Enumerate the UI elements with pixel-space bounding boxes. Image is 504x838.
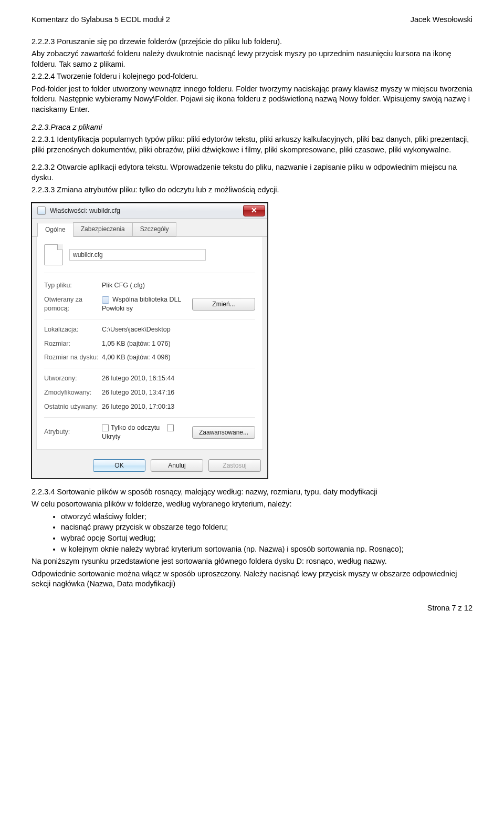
section-heading: 2.2.3.Praca z plikami [32,122,472,133]
properties-dialog: Właściwości: wubildr.cfg ✕ Ogólne Zabezp… [32,203,268,479]
tab-details[interactable]: Szczegóły [132,222,177,236]
label-size: Rozmiar: [44,339,102,348]
close-icon: ✕ [251,205,257,215]
paragraph: Na poniższym rysunku przedstawione jest … [32,556,472,567]
file-icon [44,244,63,265]
paragraph: 2.2.3.3 Zmiana atrybutów pliku: tylko do… [32,185,472,195]
checkbox-hidden[interactable] [167,425,174,431]
bullet-list: otworzyć właściwy folder; nacisnąć prawy… [32,512,472,554]
label-accessed: Ostatnio używany: [44,402,102,411]
value-modified: 26 lutego 2010, 13:47:16 [102,388,255,397]
paragraph: 2.2.3.1 Identyfikacja popularnych typów … [32,135,472,155]
checkbox-readonly-label: Tylko do odczytu [111,424,160,431]
cancel-button[interactable]: Anuluj [151,459,203,472]
dialog-icon [37,206,46,215]
app-icon [102,296,109,304]
value-size: 1,05 KB (bajtów: 1 076) [102,339,255,348]
checkbox-readonly[interactable] [102,425,109,431]
label-created: Utworzony: [44,374,102,383]
ok-button[interactable]: OK [93,459,145,472]
apply-button[interactable]: Zastosuj [208,459,261,472]
checkbox-hidden-label: Ukryty [102,433,120,440]
paragraph: 2.2.3.2 Otwarcie aplikacji edytora tekst… [32,162,472,183]
paragraph: 2.2.2.4 Tworzenie folderu i kolejnego po… [32,71,472,82]
paragraph: 2.2.2.3 Poruszanie się po drzewie folder… [32,37,472,47]
tab-security[interactable]: Zabezpieczenia [73,222,133,236]
label-attributes: Atrybuty: [44,428,102,437]
paragraph: Aby zobaczyć zawartość folderu należy dw… [32,49,472,69]
label-location: Lokalizacja: [44,325,102,334]
list-item: nacisnąć prawy przycisk w obszarze tego … [61,522,472,533]
paragraph: Pod-folder jest to folder utworzony wewn… [32,84,472,115]
list-item: w kolejnym oknie należy wybrać kryterium… [61,544,472,555]
doc-author: Jacek Wesołowski [411,15,472,25]
dialog-title: Właściwości: wubildr.cfg [50,206,120,215]
paragraph: W celu posortowania plików w folderze, w… [32,499,472,510]
advanced-button[interactable]: Zaawansowane... [192,426,255,439]
value-accessed: 26 lutego 2010, 17:00:13 [102,402,255,411]
value-location: C:\Users\jacek\Desktop [102,325,255,334]
value-type: Plik CFG (.cfg) [102,281,255,290]
page-header: Komentarz do Sylabusa 5 ECDL moduł 2 Jac… [32,15,472,25]
list-item: otworzyć właściwy folder; [61,512,472,522]
filename-input[interactable] [69,249,206,261]
change-button[interactable]: Zmień... [192,298,255,311]
attribute-checkboxes: Tylko do odczytu Ukryty [102,423,192,441]
tab-strip: Ogólne Zabezpieczenia Szczegóły [32,219,267,237]
doc-title: Komentarz do Sylabusa 5 ECDL moduł 2 [32,15,170,25]
tab-general[interactable]: Ogólne [37,223,74,237]
value-size-on-disk: 4,00 KB (bajtów: 4 096) [102,353,255,362]
close-button[interactable]: ✕ [243,205,265,216]
dialog-body: Typ pliku: Plik CFG (.cfg) Otwierany za … [36,237,263,450]
page-footer: Strona 7 z 12 [32,603,472,614]
value-created: 26 lutego 2010, 16:15:44 [102,374,255,383]
value-opens-with: Wspólna biblioteka DLL Powłoki sy [102,295,192,313]
dialog-footer: OK Anuluj Zastosuj [32,454,267,478]
dialog-titlebar[interactable]: Właściwości: wubildr.cfg ✕ [32,203,267,219]
list-item: wybrać opcję Sortuj według; [61,533,472,544]
label-modified: Zmodyfikowany: [44,388,102,397]
label-size-on-disk: Rozmiar na dysku: [44,353,102,362]
paragraph: 2.2.3.4 Sortowanie plików w sposób rosną… [32,487,472,498]
label-opens-with: Otwierany za pomocą: [44,295,102,313]
label-type: Typ pliku: [44,281,102,290]
paragraph: Odpowiednie sortowanie można włącz w spo… [32,569,472,589]
